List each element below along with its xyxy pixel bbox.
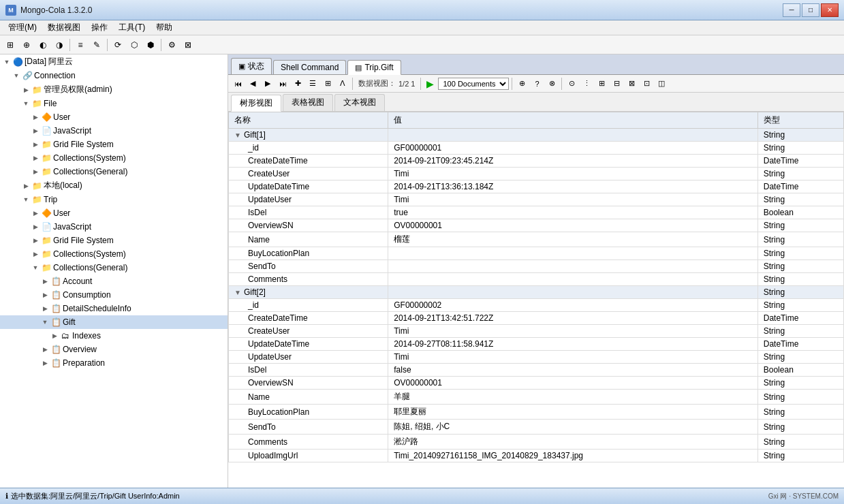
table-row[interactable]: UploadImgUrlTimi_20140927161158_IMG_2014… bbox=[229, 450, 844, 462]
toolbar-btn-4[interactable]: ◑ bbox=[52, 37, 67, 52]
table-row[interactable]: _idGF00000002String bbox=[229, 299, 844, 312]
sidebar-item-detailschedule[interactable]: ▶📋DetailScheduleInfo bbox=[0, 302, 228, 315]
table-row[interactable]: _idGF00000001String bbox=[229, 142, 844, 155]
expander-consumption[interactable]: ▶ bbox=[40, 289, 50, 300]
expander-admin[interactable]: ▶ bbox=[20, 84, 31, 95]
close-button[interactable]: ✕ bbox=[821, 3, 839, 17]
expander-user1[interactable]: ▶ bbox=[30, 112, 41, 123]
data-btn-9[interactable]: ⊡ bbox=[640, 77, 653, 91]
sidebar-item-overview[interactable]: ▶📋Overview bbox=[0, 343, 228, 356]
data-btn-6[interactable]: ⊞ bbox=[595, 77, 608, 91]
toolbar-btn-3[interactable]: ◐ bbox=[35, 37, 50, 52]
sidebar-item-js1[interactable]: ▶📄JavaScript bbox=[0, 124, 228, 138]
data-btn-3[interactable]: ⊗ bbox=[545, 77, 559, 91]
table-row[interactable]: UpdateDateTime2014-09-27T08:11:58.941ZDa… bbox=[229, 338, 844, 351]
view-tab-tree[interactable]: 树形视图 bbox=[231, 95, 281, 112]
toolbar-btn-7[interactable]: ⟳ bbox=[110, 37, 125, 52]
table-row[interactable]: CreateUserTimiString bbox=[229, 325, 844, 338]
sidebar-item-js2[interactable]: ▶📄JavaScript bbox=[0, 220, 228, 234]
expander-alicloud[interactable]: ▼ bbox=[1, 57, 12, 67]
menu-tools[interactable]: 工具(T) bbox=[113, 20, 151, 35]
menu-help[interactable]: 帮助 bbox=[151, 20, 178, 35]
nav-add[interactable]: ✚ bbox=[291, 77, 304, 91]
toolbar-btn-8[interactable]: ⬡ bbox=[127, 37, 142, 52]
toolbar-btn-5[interactable]: ≡ bbox=[73, 37, 88, 52]
expander-gift[interactable]: ▼ bbox=[40, 317, 50, 328]
tab-tripgift[interactable]: ▤ Trip.Gift bbox=[347, 60, 401, 75]
menu-operations[interactable]: 操作 bbox=[86, 20, 113, 35]
sidebar-item-connection[interactable]: ▼🔗Connection bbox=[0, 69, 228, 82]
table-row[interactable]: CommentsString bbox=[229, 273, 844, 286]
sidebar-item-colgen2[interactable]: ▼📁Collections(General) bbox=[0, 261, 228, 274]
nav-grid[interactable]: ⊞ bbox=[321, 77, 334, 91]
expander-connection[interactable]: ▼ bbox=[11, 70, 22, 81]
nav-first[interactable]: ⏮ bbox=[231, 77, 245, 91]
expander-gridfs1[interactable]: ▶ bbox=[30, 139, 41, 150]
sidebar-item-gift[interactable]: ▼📋Gift bbox=[0, 315, 228, 329]
expander-detailschedule[interactable]: ▶ bbox=[40, 303, 50, 314]
expander-colsys2[interactable]: ▶ bbox=[30, 249, 41, 259]
sidebar-item-admin[interactable]: ▶📁管理员权限(admin) bbox=[0, 82, 228, 97]
toolbar-btn-6[interactable]: ✎ bbox=[89, 37, 104, 52]
sidebar-item-colsys2[interactable]: ▶📁Collections(System) bbox=[0, 247, 228, 261]
sidebar-item-local[interactable]: ▶📁本地(local) bbox=[0, 178, 228, 193]
menu-dataview[interactable]: 数据视图 bbox=[42, 20, 86, 35]
table-row[interactable]: SendToString bbox=[229, 260, 844, 273]
table-row[interactable]: CreateDateTime2014-09-21T13:42:51.722ZDa… bbox=[229, 312, 844, 325]
table-row[interactable]: Name榴莲String bbox=[229, 232, 844, 247]
sidebar-item-trip[interactable]: ▼📁Trip bbox=[0, 193, 228, 206]
toolbar-btn-2[interactable]: ⊕ bbox=[19, 37, 34, 52]
expander-local[interactable]: ▶ bbox=[20, 180, 31, 191]
sidebar-item-indexes[interactable]: ▶🗂Indexes bbox=[0, 329, 228, 343]
sidebar-item-account[interactable]: ▶📋Account bbox=[0, 274, 228, 288]
sidebar-item-alicloud[interactable]: ▼🔵[Data] 阿里云 bbox=[0, 54, 228, 69]
expander-js2[interactable]: ▶ bbox=[30, 221, 41, 232]
execute-button[interactable]: ▶ bbox=[424, 78, 437, 89]
docs-count-select[interactable]: 100 Documents 50 Documents 200 Documents bbox=[438, 78, 509, 90]
nav-last[interactable]: ⏭ bbox=[276, 77, 290, 91]
expander-indexes[interactable]: ▶ bbox=[49, 330, 60, 341]
expander-file[interactable]: ▼ bbox=[20, 98, 31, 109]
toolbar-btn-9[interactable]: ⬢ bbox=[143, 37, 158, 52]
sidebar-item-user2[interactable]: ▶🔶User bbox=[0, 206, 228, 220]
table-row[interactable]: UpdateUserTimiString bbox=[229, 351, 844, 364]
expander-js1[interactable]: ▶ bbox=[30, 125, 41, 136]
tab-shell[interactable]: Shell Command bbox=[273, 60, 346, 74]
nav-filter[interactable]: Ʌ bbox=[336, 77, 349, 91]
group-row-1[interactable]: ▼Gift[2]String bbox=[229, 286, 844, 299]
table-row[interactable]: CreateDateTime2014-09-21T09:23:45.214ZDa… bbox=[229, 155, 844, 168]
table-row[interactable]: UpdateDateTime2014-09-21T13:36:13.184ZDa… bbox=[229, 180, 844, 193]
nav-next[interactable]: ▶ bbox=[261, 77, 275, 91]
data-btn-5[interactable]: ⋮ bbox=[580, 77, 593, 91]
data-btn-1[interactable]: ⊕ bbox=[515, 77, 529, 91]
tab-status[interactable]: ▣ 状态 bbox=[231, 58, 272, 74]
sidebar-item-colgen1[interactable]: ▶📁Collections(General) bbox=[0, 165, 228, 178]
sidebar-item-gridfs2[interactable]: ▶📁Grid File System bbox=[0, 234, 228, 247]
sidebar-item-user1[interactable]: ▶🔶User bbox=[0, 110, 228, 124]
toolbar-btn-11[interactable]: ⊠ bbox=[181, 37, 196, 52]
table-row[interactable]: BuyLocationPlan耶里夏丽String bbox=[229, 405, 844, 420]
view-tab-text[interactable]: 文本视图 bbox=[334, 94, 385, 111]
data-btn-4[interactable]: ⊙ bbox=[565, 77, 578, 91]
data-btn-2[interactable]: ? bbox=[530, 77, 544, 91]
expander-colgen2[interactable]: ▼ bbox=[30, 262, 41, 273]
expander-preparation[interactable]: ▶ bbox=[40, 358, 50, 368]
table-row[interactable]: IsDelfalseBoolean bbox=[229, 364, 844, 377]
expander-account[interactable]: ▶ bbox=[40, 276, 50, 287]
data-btn-10[interactable]: ◫ bbox=[655, 77, 668, 91]
expander-colgen1[interactable]: ▶ bbox=[30, 166, 41, 177]
table-row[interactable]: UpdateUserTimiString bbox=[229, 193, 844, 206]
maximize-button[interactable]: □ bbox=[802, 3, 819, 17]
expander-gridfs2[interactable]: ▶ bbox=[30, 235, 41, 246]
group-row-0[interactable]: ▼Gift[1]String bbox=[229, 129, 844, 142]
toolbar-btn-10[interactable]: ⚙ bbox=[164, 37, 179, 52]
view-tab-table[interactable]: 表格视图 bbox=[283, 94, 333, 111]
data-btn-8[interactable]: ⊠ bbox=[625, 77, 638, 91]
sidebar-item-gridfs1[interactable]: ▶📁Grid File System bbox=[0, 138, 228, 151]
minimize-button[interactable]: ─ bbox=[783, 3, 800, 17]
toolbar-btn-1[interactable]: ⊞ bbox=[3, 37, 18, 52]
table-row[interactable]: OverviewSNOV00000001String bbox=[229, 219, 844, 232]
table-row[interactable]: Comments淞沪路String bbox=[229, 435, 844, 450]
menu-manage[interactable]: 管理(M) bbox=[3, 20, 42, 35]
sidebar-item-consumption[interactable]: ▶📋Consumption bbox=[0, 288, 228, 302]
